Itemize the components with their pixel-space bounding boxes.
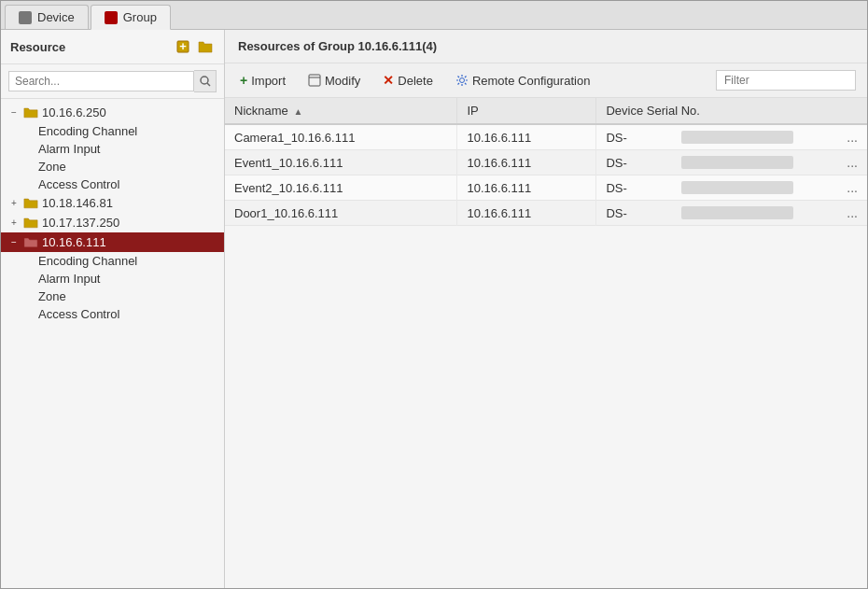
tree-group-4: − 10.16.6.111 Encoding Channel Alarm Inp… <box>1 232 224 323</box>
folder-icon-3 <box>23 217 38 229</box>
more-button[interactable]: ... <box>847 180 858 195</box>
toolbar: + Import Modify ✕ Delete Remote Configur… <box>225 63 867 98</box>
tree-children-1: Encoding Channel Alarm Input Zone Access… <box>1 122 224 193</box>
group-tab-icon <box>105 11 118 24</box>
cell-nickname: Door1_10.16.6.111 <box>225 201 457 226</box>
tree-node-3-label: 10.17.137.250 <box>42 216 119 230</box>
tab-group-label: Group <box>123 10 157 24</box>
data-table-area: Nickname ▲ IP Device Serial No. <box>225 98 867 588</box>
tree-child-access-4[interactable]: Access Control <box>31 305 224 323</box>
col-ip[interactable]: IP <box>457 98 596 124</box>
resource-header: Resource + <box>1 30 224 64</box>
search-input[interactable] <box>8 71 194 91</box>
folder-icon-2 <box>23 197 38 209</box>
tree-child-alarm-4[interactable]: Alarm Input <box>31 270 224 287</box>
tree-child-zone-4[interactable]: Zone <box>31 287 224 305</box>
more-button[interactable]: ... <box>847 155 858 170</box>
tab-group[interactable]: Group <box>91 5 171 30</box>
cell-serial: DS- ... <box>596 201 867 226</box>
cell-ip: 10.16.6.111 <box>457 150 596 175</box>
modify-button[interactable]: Modify <box>304 72 364 90</box>
table-row[interactable]: Door1_10.16.6.111 10.16.6.111 DS- ... <box>225 201 867 226</box>
right-panel-header: Resources of Group 10.16.6.111(4) <box>225 30 867 63</box>
cell-nickname: Event2_10.16.6.111 <box>225 175 457 201</box>
col-ip-label: IP <box>467 104 478 118</box>
table-row[interactable]: Camera1_10.16.6.111 10.16.6.111 DS- ... <box>225 124 867 150</box>
import-button[interactable]: + Import <box>236 71 289 90</box>
app-window: Device Group Resource + <box>0 0 868 589</box>
right-panel: Resources of Group 10.16.6.111(4) + Impo… <box>225 30 867 588</box>
encoding-channel-label-1: Encoding Channel <box>38 124 137 138</box>
col-nickname[interactable]: Nickname ▲ <box>225 98 457 124</box>
tree-children-4: Encoding Channel Alarm Input Zone Access… <box>1 252 224 323</box>
tree-child-encoding-1[interactable]: Encoding Channel <box>31 122 224 140</box>
serial-prefix: DS- <box>606 131 626 145</box>
cell-ip: 10.16.6.111 <box>457 175 596 201</box>
table-row[interactable]: Event1_10.16.6.111 10.16.6.111 DS- ... <box>225 150 867 175</box>
filter-input[interactable] <box>716 70 856 91</box>
resources-table: Nickname ▲ IP Device Serial No. <box>225 98 867 226</box>
svg-text:+: + <box>179 39 187 53</box>
tree-child-access-1[interactable]: Access Control <box>31 175 224 193</box>
modify-icon <box>308 74 321 87</box>
expand-icon-4: − <box>8 237 20 248</box>
serial-prefix: DS- <box>606 156 626 170</box>
cell-nickname: Event1_10.16.6.111 <box>225 150 457 175</box>
alarm-input-label-4: Alarm Input <box>38 272 100 286</box>
access-control-label-1: Access Control <box>38 177 119 191</box>
tree-node-1[interactable]: − 10.16.6.250 <box>1 103 224 122</box>
expand-icon-2: + <box>8 198 20 209</box>
expand-icon-3: + <box>8 217 20 229</box>
more-button[interactable]: ... <box>847 205 858 220</box>
gear-icon <box>455 74 469 87</box>
sort-arrow-nickname: ▲ <box>293 106 302 117</box>
tree-node-2-label: 10.18.146.81 <box>42 196 113 210</box>
tab-device-label: Device <box>37 10 75 24</box>
cell-serial: DS- ... <box>596 175 867 201</box>
folder-icon-4 <box>23 236 38 248</box>
serial-prefix: DS- <box>606 181 626 195</box>
cell-serial: DS- ... <box>596 124 867 150</box>
cell-ip: 10.16.6.111 <box>457 201 596 226</box>
col-serial[interactable]: Device Serial No. <box>596 98 867 124</box>
folder-icon-btn[interactable] <box>196 37 215 56</box>
tree-child-zone-1[interactable]: Zone <box>31 158 224 175</box>
svg-rect-4 <box>309 75 320 86</box>
tree-node-1-label: 10.16.6.250 <box>42 105 106 119</box>
delete-label: Delete <box>398 74 433 88</box>
search-button[interactable] <box>194 70 217 92</box>
serial-blurred <box>681 206 793 219</box>
expand-icon-1: − <box>8 107 20 119</box>
add-resource-button[interactable]: + <box>174 37 192 56</box>
tree-child-alarm-1[interactable]: Alarm Input <box>31 140 224 158</box>
tree-child-encoding-4[interactable]: Encoding Channel <box>31 252 224 270</box>
tab-device[interactable]: Device <box>5 5 89 29</box>
resource-tree: − 10.16.6.250 Encoding Channel Alarm Inp… <box>1 99 224 588</box>
tree-node-4[interactable]: − 10.16.6.111 <box>1 232 224 252</box>
modify-label: Modify <box>325 74 360 88</box>
col-nickname-label: Nickname <box>234 104 288 118</box>
tree-group-1: − 10.16.6.250 Encoding Channel Alarm Inp… <box>1 103 224 193</box>
serial-prefix: DS- <box>606 206 626 220</box>
resource-header-icons: + <box>174 37 215 56</box>
remote-config-label: Remote Configuration <box>472 74 590 88</box>
access-control-label-4: Access Control <box>38 307 119 321</box>
table-header-row: Nickname ▲ IP Device Serial No. <box>225 98 867 124</box>
import-plus-icon: + <box>240 73 247 88</box>
device-tab-icon <box>19 11 32 24</box>
main-content: Resource + <box>1 30 867 588</box>
more-button[interactable]: ... <box>847 130 858 145</box>
remote-config-button[interactable]: Remote Configuration <box>452 72 594 90</box>
tree-node-3[interactable]: + 10.17.137.250 <box>1 213 224 232</box>
cell-nickname: Camera1_10.16.6.111 <box>225 124 457 150</box>
tree-node-2[interactable]: + 10.18.146.81 <box>1 193 224 213</box>
serial-blurred <box>681 156 793 169</box>
zone-label-4: Zone <box>38 289 66 303</box>
table-row[interactable]: Event2_10.16.6.111 10.16.6.111 DS- ... <box>225 175 867 201</box>
search-bar <box>1 64 224 99</box>
import-label: Import <box>251 74 286 88</box>
left-panel: Resource + <box>1 30 225 588</box>
svg-line-3 <box>207 83 210 86</box>
cell-ip: 10.16.6.111 <box>457 124 596 150</box>
delete-button[interactable]: ✕ Delete <box>379 71 437 90</box>
